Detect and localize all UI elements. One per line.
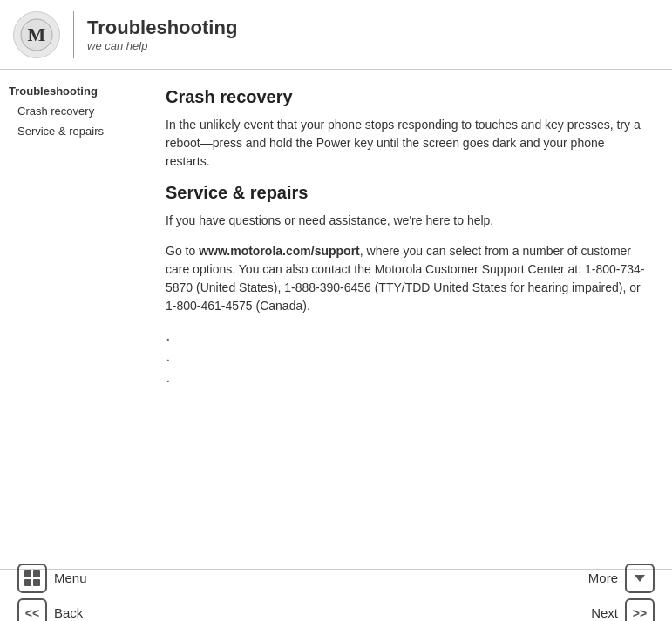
- motorola-logo-svg: M: [19, 17, 54, 52]
- chevron-down-icon: [635, 575, 645, 582]
- menu-button[interactable]: Menu: [17, 564, 87, 593]
- more-button[interactable]: More: [588, 564, 655, 593]
- next-button[interactable]: Next >>: [591, 598, 655, 622]
- more-icon: [625, 564, 655, 593]
- svg-text:M: M: [28, 24, 46, 45]
- service-repairs-intro: If you have questions or need assistance…: [166, 212, 646, 230]
- footer: Menu << Back More Next >>: [0, 569, 672, 621]
- dot-1: ·: [166, 327, 646, 348]
- menu-icon: [17, 564, 47, 593]
- more-label: More: [588, 570, 618, 585]
- service-repairs-heading: Service & repairs: [166, 183, 646, 203]
- dot-2: ·: [166, 348, 646, 369]
- page-title: Troubleshooting: [87, 17, 237, 39]
- motorola-support-link[interactable]: www.motorola.com/support: [199, 244, 360, 258]
- footer-right: More Next >>: [588, 564, 655, 622]
- header: M Troubleshooting we can help: [0, 0, 672, 70]
- sidebar-item-service-repairs[interactable]: Service & repairs: [9, 123, 130, 139]
- sidebar: Troubleshooting Crash recovery Service &…: [0, 70, 139, 569]
- crash-recovery-heading: Crash recovery: [166, 87, 646, 107]
- crash-recovery-body: In the unlikely event that your phone st…: [166, 116, 646, 171]
- main-layout: Troubleshooting Crash recovery Service &…: [0, 70, 672, 569]
- service-repairs-body-prefix: Go to: [166, 244, 199, 258]
- bullet-dots: · · ·: [166, 327, 646, 390]
- back-button[interactable]: << Back: [17, 598, 87, 622]
- next-icon: >>: [625, 598, 655, 622]
- back-icon: <<: [17, 598, 47, 622]
- menu-label: Menu: [54, 570, 87, 585]
- grid-icon: [24, 570, 40, 586]
- header-divider: [73, 11, 74, 58]
- footer-left: Menu << Back: [17, 564, 87, 622]
- next-label: Next: [591, 605, 618, 620]
- content-area: Crash recovery In the unlikely event tha…: [139, 70, 672, 569]
- sidebar-item-troubleshooting[interactable]: Troubleshooting: [9, 83, 130, 99]
- motorola-logo: M: [13, 11, 60, 58]
- header-text-block: Troubleshooting we can help: [87, 17, 237, 52]
- back-label: Back: [54, 605, 83, 620]
- dot-3: ·: [166, 369, 646, 390]
- sidebar-item-crash-recovery[interactable]: Crash recovery: [9, 103, 130, 119]
- page-subtitle: we can help: [87, 39, 237, 52]
- service-repairs-body: Go to www.motorola.com/support, where yo…: [166, 242, 646, 315]
